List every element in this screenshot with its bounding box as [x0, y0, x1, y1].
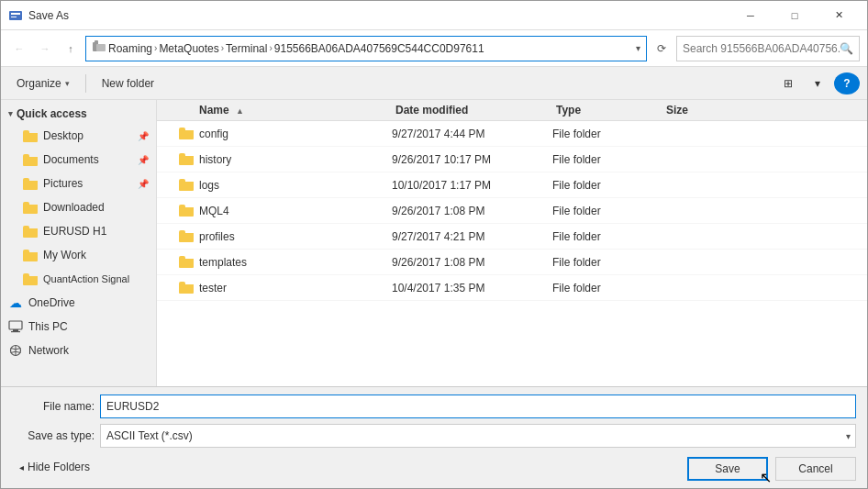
help-button[interactable]: ? [834, 72, 860, 94]
cancel-button[interactable]: Cancel [775, 457, 856, 481]
new-folder-button[interactable]: New folder [94, 72, 162, 94]
table-row[interactable]: tester 10/4/2017 1:35 PM File folder [157, 275, 867, 301]
address-bar: ← → ↑ Roaming › MetaQuotes › Terminal › … [1, 30, 867, 67]
file-type: File folder [552, 205, 662, 217]
table-row[interactable]: MQL4 9/26/2017 1:08 PM File folder [157, 198, 867, 224]
quick-access-label: Quick access [17, 107, 87, 120]
sidebar-item-mywork[interactable]: My Work [1, 243, 156, 267]
folder-icon [179, 128, 194, 139]
sidebar-item-label-pictures: Pictures [43, 177, 83, 190]
sidebar-item-label-documents: Documents [43, 153, 99, 166]
toolbar: Organize ▾ New folder ⊞ ▾ ? [1, 67, 867, 100]
file-type: File folder [552, 128, 662, 140]
svg-rect-1 [11, 13, 20, 15]
desktop-folder-icon [23, 128, 38, 143]
search-box[interactable]: 🔍 [676, 36, 860, 61]
close-button[interactable]: ✕ [818, 1, 860, 30]
save-button[interactable]: Save [687, 457, 768, 481]
sidebar-item-desktop[interactable]: Desktop 📌 [1, 124, 156, 148]
svg-rect-0 [9, 11, 22, 20]
path-dropdown-icon[interactable]: ▾ [636, 43, 640, 53]
folder-icon [179, 179, 194, 191]
col-header-size[interactable]: Size [666, 104, 740, 117]
hide-folders-label: Hide Folders [28, 461, 90, 473]
file-type: File folder [552, 282, 662, 295]
search-icon: 🔍 [840, 42, 853, 55]
sort-icon: ▲ [236, 106, 244, 116]
table-row[interactable]: profiles 9/27/2017 4:21 PM File folder [157, 224, 867, 250]
search-input[interactable] [683, 42, 840, 55]
refresh-button[interactable]: ⟳ [651, 38, 673, 60]
save-as-dialog: Save As ─ □ ✕ ← → ↑ Roaming › MetaQuotes… [0, 0, 868, 489]
view-button[interactable]: ⊞ [775, 72, 801, 94]
sidebar-item-downloaded[interactable]: Downloaded [1, 195, 156, 219]
maximize-button[interactable]: □ [773, 1, 816, 30]
chevron-icon: ▾ [8, 109, 13, 118]
sidebar-section-quick-access[interactable]: ▾ Quick access [1, 104, 156, 124]
savetype-select[interactable]: ASCII Text (*.csv)CSV (*.csv)Excel (*.xl… [100, 424, 856, 448]
sidebar-item-label-network: Network [28, 344, 69, 357]
file-name: logs [199, 179, 392, 192]
col-header-date[interactable]: Date modified [395, 104, 556, 117]
pin-icon-desktop: 📌 [138, 131, 149, 141]
sidebar-item-thispc[interactable]: This PC [1, 315, 156, 339]
table-row[interactable]: config 9/27/2017 4:44 PM File folder [157, 121, 867, 147]
back-button: ← [8, 38, 30, 60]
table-row[interactable]: templates 9/26/2017 1:08 PM File folder [157, 250, 867, 275]
savetype-label: Save as type: [12, 429, 95, 442]
mywork-folder-icon [23, 248, 38, 262]
svg-rect-5 [95, 40, 98, 44]
folder-icon [179, 205, 194, 217]
file-date: 9/27/2017 4:21 PM [392, 230, 552, 243]
title-bar: Save As ─ □ ✕ [1, 1, 867, 30]
file-type: File folder [552, 230, 662, 243]
savetype-select-wrapper: ASCII Text (*.csv)CSV (*.csv)Excel (*.xl… [100, 424, 856, 448]
sidebar-item-network[interactable]: Network [1, 339, 156, 362]
path-segment-roaming[interactable]: Roaming [108, 42, 152, 55]
sidebar-item-label-desktop: Desktop [43, 129, 83, 142]
path-segment-terminal[interactable]: Terminal [226, 42, 267, 55]
save-button-wrapper: Save ↖ [687, 457, 768, 481]
path-segment-guid[interactable]: 915566BA06ADA407569C544CC0D97611 [274, 42, 484, 55]
folder-icon [179, 256, 194, 268]
pictures-folder-icon [23, 176, 38, 191]
file-rows-container: config 9/27/2017 4:44 PM File folder his… [157, 121, 867, 301]
hide-folders-button[interactable]: ◂ Hide Folders [12, 457, 97, 477]
filename-label: File name: [12, 400, 95, 413]
table-row[interactable]: logs 10/10/2017 1:17 PM File folder [157, 172, 867, 198]
path-segment-metaquotes[interactable]: MetaQuotes [159, 42, 218, 55]
sidebar-item-pictures[interactable]: Pictures 📌 [1, 172, 156, 195]
file-list: Name ▲ Date modified Type Size config 9/… [157, 100, 867, 386]
toolbar-separator [85, 74, 86, 93]
file-list-header: Name ▲ Date modified Type Size [157, 100, 867, 121]
organize-button[interactable]: Organize ▾ [8, 72, 78, 94]
col-header-name[interactable]: Name ▲ [157, 104, 395, 117]
sidebar-item-quantaction[interactable]: QuantAction Signal [1, 267, 156, 291]
savetype-row: Save as type: ASCII Text (*.csv)CSV (*.c… [12, 424, 856, 448]
pin-icon-pictures: 📌 [138, 179, 149, 189]
main-content: ▾ Quick access Desktop 📌 Documents 📌 [1, 100, 867, 386]
folder-icon [179, 282, 194, 294]
filename-row: File name: [12, 395, 856, 418]
file-type: File folder [552, 256, 662, 269]
forward-button: → [34, 38, 56, 60]
sidebar-item-label-eurusd: EURUSD H1 [43, 225, 106, 238]
col-header-type[interactable]: Type [556, 104, 666, 117]
file-name: config [199, 128, 392, 140]
up-button[interactable]: ↑ [60, 38, 82, 60]
sidebar-item-label-onedrive: OneDrive [28, 296, 75, 309]
minimize-button[interactable]: ─ [729, 1, 772, 30]
file-date: 9/27/2017 4:44 PM [392, 128, 552, 140]
file-type: File folder [552, 179, 662, 192]
sidebar-item-eurusd[interactable]: EURUSD H1 [1, 219, 156, 243]
table-row[interactable]: history 9/26/2017 10:17 PM File folder [157, 147, 867, 172]
file-name: history [199, 153, 392, 166]
file-name: profiles [199, 230, 392, 243]
address-path[interactable]: Roaming › MetaQuotes › Terminal › 915566… [85, 36, 647, 61]
sidebar-item-documents[interactable]: Documents 📌 [1, 148, 156, 172]
filename-input[interactable] [100, 395, 856, 418]
sidebar-item-onedrive[interactable]: ☁ OneDrive [1, 291, 156, 315]
sidebar-item-label-quantaction: QuantAction Signal [43, 273, 129, 284]
view-dropdown-button[interactable]: ▾ [805, 72, 830, 94]
eurusd-folder-icon [23, 224, 38, 239]
